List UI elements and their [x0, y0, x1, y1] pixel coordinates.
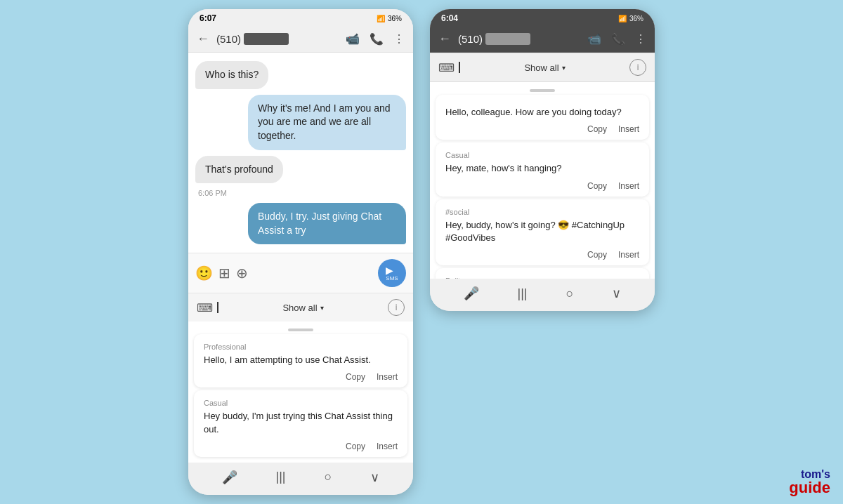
action-icons: 📹 📞 ⋮ [346, 32, 405, 46]
right-phone: 6:04 📶 36% ← (510) ██████ 📹 📞 ⋮ ⌨ [430, 9, 655, 311]
chevron-down-icon-right: ▾ [562, 64, 566, 72]
recents-nav-icon-right[interactable]: ∨ [612, 286, 621, 301]
phone-icon-right[interactable]: 📞 [611, 32, 625, 46]
right-nav-bar: 🎤 ||| ○ ∨ [430, 279, 655, 311]
right-status-bar: 6:04 📶 36% [430, 9, 655, 26]
left-status-icons: 📶 36% [377, 15, 402, 22]
left-chat-area: Who is this? Why it's me! And I am you a… [188, 53, 413, 253]
copy-button-2[interactable]: Copy [346, 442, 365, 451]
drag-handle-right[interactable] [530, 89, 555, 92]
right-insert-button-2[interactable]: Insert [618, 181, 639, 191]
suggestion-category-1: Professional [204, 343, 398, 351]
info-button-right[interactable]: i [629, 59, 646, 76]
right-suggestion-actions-2: Copy Insert [445, 181, 639, 191]
insert-button-2[interactable]: Insert [377, 442, 398, 451]
right-suggestion-text-2: Hey, mate, how's it hanging? [445, 162, 639, 175]
left-phone: 6:07 📶 36% ← (510) ██████ 📹 📞 ⋮ Who is t… [188, 9, 413, 495]
right-suggestion-card-2: Casual Hey, mate, how's it hanging? Copy… [436, 142, 649, 196]
video-call-icon-right[interactable]: 📹 [587, 32, 601, 46]
phone-icon[interactable]: 📞 [370, 32, 384, 46]
message-bubble-4[interactable]: Buddy, I try. Just giving Chat Assist a … [248, 203, 406, 244]
right-insert-button-1[interactable]: Insert [618, 124, 639, 134]
left-chat-assist-bar: ⌨ Show all ▾ i [188, 293, 413, 321]
cursor [217, 302, 218, 313]
timestamp: 6:06 PM [198, 189, 227, 197]
contact-number-right: (510) ██████ [458, 33, 580, 45]
circle-nav-icon[interactable]: ○ [325, 470, 332, 484]
right-suggestion-text-1: Hello, colleague. How are you doing toda… [445, 106, 639, 119]
right-chat-assist-bar: ⌨ Show all ▾ i [430, 53, 655, 82]
battery-label: 36% [388, 15, 402, 22]
right-copy-button-3[interactable]: Copy [587, 250, 607, 260]
drag-handle[interactable] [288, 329, 313, 331]
add-icon[interactable]: ⊕ [236, 265, 248, 281]
copy-button-1[interactable]: Copy [346, 372, 365, 382]
wifi-icon-right: 📶 [618, 15, 627, 22]
right-suggestion-actions-1: Copy Insert [445, 124, 639, 134]
right-suggestions-area: Hello, colleague. How are you doing toda… [430, 82, 655, 279]
wifi-icon: 📶 [377, 15, 385, 22]
right-suggestion-card-4: Polite Hello, my friend. How are you doi… [436, 268, 649, 279]
show-all-button[interactable]: Show all ▾ [282, 303, 323, 313]
recents-nav-icon[interactable]: ∨ [370, 470, 379, 485]
action-icons-right: 📹 📞 ⋮ [587, 32, 646, 46]
suggestion-actions-1: Copy Insert [204, 372, 398, 382]
message-bubble-1: Who is this? [195, 61, 268, 89]
more-options-icon[interactable]: ⋮ [393, 32, 405, 46]
battery-label-right: 36% [629, 15, 643, 22]
right-time: 6:04 [441, 13, 458, 23]
right-copy-button-2[interactable]: Copy [587, 181, 607, 191]
right-suggestion-actions-3: Copy Insert [445, 250, 639, 260]
send-icon: ▶ SMS [386, 265, 398, 281]
left-nav-bar: 🎤 ||| ○ ∨ [188, 463, 413, 495]
input-icons-left: 🙂 ⊞ ⊕ [195, 265, 248, 281]
suggestion-card-1: Professional Hello, I am attempting to u… [194, 334, 407, 387]
suggestion-category-2: Casual [204, 399, 398, 407]
insert-button-1[interactable]: Insert [377, 372, 398, 382]
message-bubble-2: Why it's me! And I am you and you are me… [248, 95, 406, 150]
mic-nav-icon[interactable]: 🎤 [222, 470, 237, 485]
cursor-right [459, 62, 460, 73]
video-call-icon[interactable]: 📹 [346, 32, 360, 46]
show-all-button-right[interactable]: Show all ▾ [524, 62, 565, 73]
left-input-bar: 🙂 ⊞ ⊕ ▶ SMS [188, 253, 413, 293]
suggestion-card-2: Casual Hey buddy, I'm just trying this C… [194, 390, 407, 456]
toms-guide-logo: tom's guide [789, 469, 830, 496]
home-nav-icon-right[interactable]: ||| [518, 286, 528, 301]
emoji-icon[interactable]: 🙂 [195, 265, 213, 281]
back-button[interactable]: ← [197, 32, 209, 46]
keyboard-icon[interactable]: ⌨ [197, 301, 213, 314]
attachment-icon[interactable]: ⊞ [218, 265, 230, 281]
suggestion-actions-2: Copy Insert [204, 442, 398, 451]
send-button[interactable]: ▶ SMS [378, 259, 406, 287]
right-insert-button-3[interactable]: Insert [618, 250, 639, 260]
right-suggestion-card-1: Hello, colleague. How are you doing toda… [436, 95, 649, 140]
back-button-right[interactable]: ← [438, 32, 451, 46]
info-button[interactable]: i [388, 299, 405, 316]
right-suggestion-card-3: #social Hey, buddy, how's it going? 😎 #C… [436, 199, 649, 265]
right-copy-button-1[interactable]: Copy [587, 124, 607, 134]
right-suggestion-text-3: Hey, buddy, how's it going? 😎 #CatchingU… [445, 219, 639, 244]
circle-nav-icon-right[interactable]: ○ [566, 286, 574, 301]
more-options-icon-right[interactable]: ⋮ [635, 32, 646, 46]
home-nav-icon[interactable]: ||| [276, 470, 286, 484]
right-suggestion-category-3: #social [445, 208, 639, 216]
right-status-icons: 📶 36% [618, 15, 643, 22]
contact-number: (510) ██████ [216, 33, 339, 45]
left-app-bar: ← (510) ██████ 📹 📞 ⋮ [188, 26, 413, 53]
chevron-down-icon: ▾ [320, 304, 324, 312]
keyboard-icon-right[interactable]: ⌨ [438, 61, 455, 74]
mic-nav-icon-right[interactable]: 🎤 [464, 286, 479, 301]
right-suggestion-category-2: Casual [445, 151, 639, 159]
suggestion-text-1: Hello, I am attempting to use Chat Assis… [204, 354, 398, 366]
left-time: 6:07 [200, 13, 216, 23]
left-suggestions-area: Professional Hello, I am attempting to u… [188, 321, 413, 463]
message-bubble-3: That's profound [195, 156, 283, 184]
right-app-bar: ← (510) ██████ 📹 📞 ⋮ [430, 26, 655, 53]
left-status-bar: 6:07 📶 36% [188, 9, 413, 26]
suggestion-text-2: Hey buddy, I'm just trying this Chat Ass… [204, 410, 398, 435]
